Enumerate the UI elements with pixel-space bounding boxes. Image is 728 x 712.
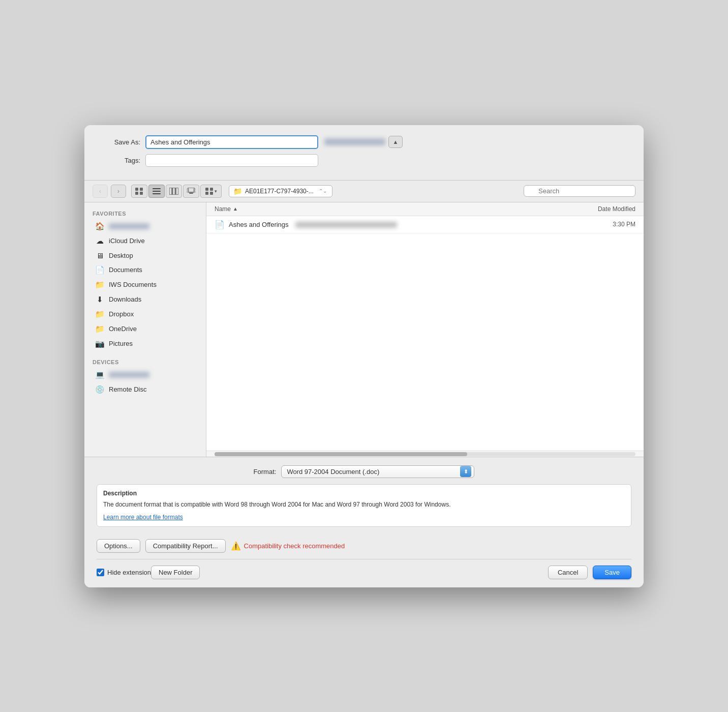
- options-button[interactable]: Options...: [97, 539, 140, 553]
- sort-arrow-icon: ▲: [233, 206, 238, 212]
- search-input[interactable]: [524, 185, 635, 197]
- view-gallery-button[interactable]: ▾: [200, 185, 222, 198]
- sidebar-item-iws[interactable]: 📁 IWS Documents: [86, 278, 204, 292]
- sidebar-item-label-icloud: iCloud Drive: [109, 237, 145, 245]
- tags-input[interactable]: [145, 154, 318, 167]
- description-text: The document format that is compatible w…: [103, 500, 625, 509]
- view-list-button[interactable]: [148, 185, 165, 198]
- empty-area: [206, 233, 644, 427]
- svg-rect-16: [205, 192, 208, 195]
- laptop-icon: 💻: [95, 370, 105, 379]
- sidebar-item-label-documents: Documents: [109, 266, 142, 274]
- save-dialog: Save As: ▲ Tags: ‹ ›: [84, 125, 644, 587]
- compat-warning-text: Compatibility check recommended: [244, 542, 345, 550]
- disc-icon: 💿: [95, 385, 105, 394]
- table-row[interactable]: 📄 Ashes and Offerings 3:30 PM: [206, 216, 644, 233]
- sidebar-item-label-remotedisc: Remote Disc: [109, 385, 146, 393]
- action-row: Options... Compatibility Report... ⚠️ Co…: [97, 533, 631, 559]
- tags-row: Tags:: [100, 154, 628, 167]
- file-list-header: Name ▲ Date Modified: [206, 202, 644, 216]
- svg-rect-4: [153, 188, 161, 189]
- bottom-panel: Format: Word 97-2004 Document (.doc) Wor…: [84, 457, 644, 587]
- file-doc-icon: 📄: [215, 220, 225, 229]
- sidebar-item-desktop[interactable]: 🖥 Desktop: [86, 249, 204, 262]
- svg-rect-10: [188, 188, 194, 192]
- file-date-cell: 3:30 PM: [564, 221, 635, 228]
- svg-rect-7: [169, 188, 172, 195]
- col-name-header[interactable]: Name ▲: [215, 205, 564, 213]
- location-text: AE01E177-C797-4930-...: [245, 188, 314, 195]
- hide-extension-checkbox[interactable]: [97, 569, 104, 576]
- sidebar-item-dropbox[interactable]: 📁 Dropbox: [86, 307, 204, 321]
- file-area: Name ▲ Date Modified 📄 Ashes and Offerin…: [206, 202, 644, 457]
- home-icon: 🏠: [95, 222, 105, 231]
- svg-rect-2: [135, 192, 138, 195]
- devices-label: Devices: [84, 356, 206, 367]
- dropbox-icon: 📁: [95, 310, 105, 319]
- sidebar-item-documents[interactable]: 📄 Documents: [86, 263, 204, 277]
- svg-rect-6: [153, 193, 161, 194]
- bottom-bar-right: Cancel Save: [548, 566, 631, 579]
- svg-rect-17: [210, 192, 213, 195]
- sidebar-item-label-macbook: [109, 372, 149, 378]
- bottom-bar: Hide extension New Folder Cancel Save: [97, 559, 631, 587]
- sidebar-item-onedrive[interactable]: 📁 OneDrive: [86, 322, 204, 336]
- format-select[interactable]: Word 97-2004 Document (.doc) Word Docume…: [281, 465, 474, 478]
- save-as-input-wrapper: ▲: [145, 135, 403, 149]
- warning-icon: ⚠️: [231, 541, 241, 551]
- hide-extension-wrapper: Hide extension: [97, 569, 151, 576]
- svg-rect-8: [173, 188, 175, 195]
- horizontal-scrollbar[interactable]: [206, 451, 644, 457]
- scrollbar-track: [215, 452, 635, 456]
- view-coverflow-button[interactable]: [183, 185, 199, 198]
- learn-more-link[interactable]: Learn more about file formats: [103, 514, 183, 521]
- sidebar-item-label-onedrive: OneDrive: [109, 325, 137, 333]
- view-icon-button[interactable]: [131, 185, 147, 198]
- sidebar-item-pictures[interactable]: 📷 Pictures: [86, 337, 204, 351]
- downloads-icon: ⬇: [95, 295, 105, 304]
- search-wrapper: 🔍: [524, 185, 635, 197]
- sidebar-item-label-pictures: Pictures: [109, 340, 133, 347]
- sidebar-item-macbook[interactable]: 💻: [86, 368, 204, 382]
- svg-rect-13: [189, 193, 193, 194]
- sidebar-item-home[interactable]: 🏠: [86, 219, 204, 233]
- onedrive-icon: 📁: [95, 324, 105, 334]
- expand-button[interactable]: ▲: [388, 136, 403, 148]
- main-content: Favorites 🏠 ☁ iCloud Drive 🖥 Desktop 📄 D…: [84, 202, 644, 457]
- toolbar: ‹ ›: [84, 181, 644, 202]
- compatibility-report-button[interactable]: Compatibility Report...: [145, 539, 226, 553]
- cancel-button[interactable]: Cancel: [548, 566, 588, 579]
- hide-extension-label: Hide extension: [107, 569, 151, 576]
- sidebar-item-downloads[interactable]: ⬇ Downloads: [86, 292, 204, 307]
- view-column-button[interactable]: [166, 185, 182, 198]
- description-box: Description The document format that is …: [97, 484, 631, 527]
- sidebar-item-label-downloads: Downloads: [109, 295, 141, 303]
- compatibility-warning: ⚠️ Compatibility check recommended: [231, 541, 345, 551]
- save-as-input[interactable]: [145, 135, 318, 149]
- svg-rect-0: [135, 188, 138, 191]
- save-as-blurred: [324, 138, 385, 145]
- back-button[interactable]: ‹: [93, 185, 108, 198]
- svg-rect-15: [210, 188, 213, 191]
- icloud-icon: ☁: [95, 236, 105, 246]
- sidebar-item-label-home: [109, 223, 149, 229]
- file-name-blurred: [295, 222, 397, 228]
- forward-button[interactable]: ›: [111, 185, 126, 198]
- sidebar-item-remotedisc[interactable]: 💿 Remote Disc: [86, 382, 204, 397]
- folder-icon: 📁: [233, 187, 242, 195]
- documents-icon: 📄: [95, 265, 105, 275]
- pictures-icon: 📷: [95, 339, 105, 348]
- sidebar-item-label-dropbox: Dropbox: [109, 310, 134, 318]
- svg-rect-1: [140, 188, 143, 191]
- sidebar-item-icloud[interactable]: ☁ iCloud Drive: [86, 234, 204, 248]
- col-date-header[interactable]: Date Modified: [564, 205, 635, 213]
- new-folder-button[interactable]: New Folder: [151, 566, 200, 579]
- location-button[interactable]: 📁 AE01E177-C797-4930-... ⌃⌄: [229, 185, 332, 197]
- tags-label: Tags:: [100, 157, 140, 164]
- sidebar-item-label-iws: IWS Documents: [109, 281, 157, 288]
- svg-rect-3: [140, 192, 143, 195]
- svg-rect-14: [205, 188, 208, 191]
- format-label: Format:: [254, 468, 277, 476]
- sidebar-item-label-desktop: Desktop: [109, 252, 133, 259]
- save-button[interactable]: Save: [593, 566, 631, 579]
